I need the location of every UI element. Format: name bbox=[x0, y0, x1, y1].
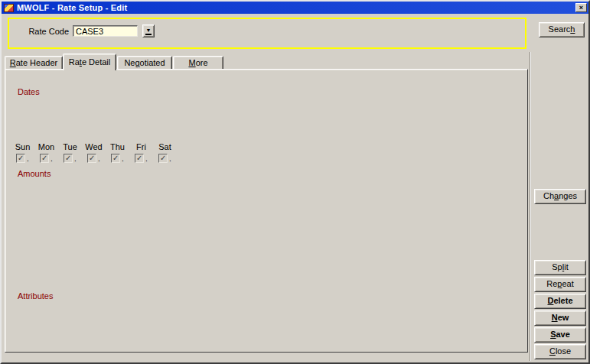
day-tue: Tue✓. bbox=[58, 142, 82, 163]
rate-code-label: Rate Code bbox=[15, 27, 69, 36]
title-bar[interactable]: MWOLF - Rate Setup - Edit × bbox=[2, 2, 588, 14]
rate-setup-window: MWOLF - Rate Setup - Edit × Rate Code CA… bbox=[0, 0, 590, 364]
wed-checkbox[interactable]: ✓ bbox=[87, 154, 96, 163]
day-fri: Fri✓. bbox=[129, 142, 153, 163]
sun-checkbox[interactable]: ✓ bbox=[16, 154, 25, 163]
weekday-checkbox-row: Sun✓. Mon✓. Tue✓. Wed✓. Thu✓. Fri✓. Sat✓… bbox=[11, 142, 177, 163]
thu-checkbox[interactable]: ✓ bbox=[111, 154, 120, 163]
mon-checkbox[interactable]: ✓ bbox=[40, 154, 49, 163]
close-icon[interactable]: × bbox=[575, 3, 587, 12]
day-mon: Mon✓. bbox=[34, 142, 58, 163]
day-sat: Sat✓. bbox=[153, 142, 177, 163]
repeat-button[interactable]: Repeat bbox=[534, 277, 586, 292]
amounts-section-title: Amounts bbox=[15, 169, 53, 178]
tab-rate-header[interactable]: Rate Header bbox=[5, 56, 63, 70]
tab-more[interactable]: More bbox=[173, 56, 223, 70]
new-button[interactable]: New bbox=[534, 310, 586, 326]
delete-button[interactable]: Delete bbox=[534, 294, 586, 309]
rate-detail-tab-panel bbox=[5, 69, 528, 353]
tab-negotiated[interactable]: Negotiated bbox=[117, 56, 172, 70]
fri-checkbox[interactable]: ✓ bbox=[135, 154, 144, 163]
tab-rate-detail[interactable]: Rate Detail bbox=[63, 54, 116, 70]
day-thu: Thu✓. bbox=[106, 142, 129, 163]
window-title: MWOLF - Rate Setup - Edit bbox=[17, 3, 127, 12]
save-button[interactable]: Save bbox=[534, 327, 586, 343]
close-button[interactable]: Close bbox=[534, 344, 586, 359]
app-icon bbox=[4, 4, 14, 12]
tue-checkbox[interactable]: ✓ bbox=[64, 154, 73, 163]
attributes-section-title: Attributes bbox=[15, 291, 55, 301]
split-button[interactable]: Split bbox=[534, 260, 586, 275]
rate-code-field[interactable]: CASE3 bbox=[73, 25, 138, 37]
search-button[interactable]: Search bbox=[539, 22, 585, 37]
day-sun: Sun✓. bbox=[11, 142, 34, 163]
sat-checkbox[interactable]: ✓ bbox=[158, 154, 168, 163]
rate-code-lov-button[interactable]: ▼ bbox=[142, 24, 155, 37]
changes-button[interactable]: Changes bbox=[534, 189, 586, 204]
dropdown-icon: ▼ bbox=[145, 28, 152, 35]
dates-section-title: Dates bbox=[15, 87, 42, 96]
day-wed: Wed✓. bbox=[82, 142, 106, 163]
vertical-separator bbox=[530, 52, 531, 361]
